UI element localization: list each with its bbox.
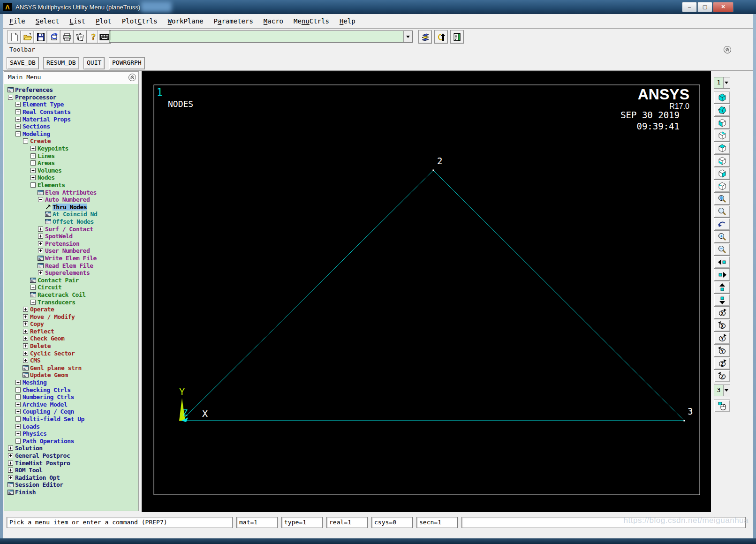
tree-item-auto-numbered[interactable]: Auto Numbered	[4, 196, 138, 204]
tree-item-user-numbered[interactable]: User Numbered	[4, 247, 138, 255]
expand-icon[interactable]	[15, 394, 21, 400]
expand-icon[interactable]	[15, 424, 21, 429]
menu-list[interactable]: List	[69, 17, 85, 25]
collapse-icon[interactable]	[22, 138, 29, 144]
expand-icon[interactable]	[22, 343, 29, 348]
expand-icon[interactable]	[30, 146, 36, 151]
expand-icon[interactable]	[15, 124, 21, 129]
iso-view-button[interactable]	[714, 91, 730, 104]
contact-manager-button[interactable]	[450, 30, 464, 44]
bottom-view-button[interactable]	[714, 154, 730, 167]
tree-item-checking-ctrls[interactable]: Checking Ctrls	[4, 386, 138, 393]
tree-item-keypoints[interactable]: Keypoints	[4, 145, 138, 152]
pan-left-button[interactable]	[714, 256, 730, 268]
plot-window-select-top[interactable]: 1	[714, 77, 730, 89]
tree-item-solution[interactable]: Solution	[4, 445, 138, 452]
top-view-button[interactable]	[714, 142, 730, 154]
left-view-button[interactable]	[714, 180, 730, 192]
tree-item-preprocessor[interactable]: Preprocessor	[4, 94, 138, 101]
tree-item-lines[interactable]: Lines	[4, 152, 138, 159]
menu-parameters[interactable]: Parameters	[214, 17, 253, 25]
tree-item-superelements[interactable]: Superelements	[4, 269, 138, 277]
tree-item-timehist-postpro[interactable]: TimeHist Postpro	[4, 459, 138, 467]
menu-select[interactable]: Select	[36, 17, 60, 25]
expand-icon[interactable]	[15, 109, 21, 114]
pick-arrow-icon[interactable]	[45, 204, 51, 210]
tree-item-spotweld[interactable]: SpotWeld	[4, 233, 138, 240]
rotate-x-plus-button[interactable]: X	[714, 306, 730, 319]
zoom-out-button[interactable]: −	[714, 243, 730, 256]
tree-item-delete[interactable]: Delete	[4, 342, 138, 350]
tree-item-physics[interactable]: Physics	[4, 430, 138, 438]
expand-icon[interactable]	[22, 358, 29, 363]
tree-item-create[interactable]: Create	[4, 137, 138, 145]
tree-item-element-type[interactable]: Element Type	[4, 101, 138, 108]
dialog-icon[interactable]	[7, 87, 14, 92]
tree-item-cms[interactable]: CMS	[4, 357, 138, 364]
zoom-in-button[interactable]: +	[714, 230, 730, 243]
collapse-icon[interactable]	[7, 95, 14, 100]
minimize-button[interactable]: –	[682, 2, 697, 12]
tree-item-material-props[interactable]: Material Props	[4, 115, 138, 123]
tree-item-pretension[interactable]: Pretension	[4, 240, 138, 247]
expand-icon[interactable]	[37, 241, 44, 246]
menu-macro[interactable]: Macro	[264, 17, 283, 25]
tree-item-thru-nodes[interactable]: Thru Nodes	[4, 204, 138, 211]
abbr-button-quit[interactable]: QUIT	[83, 57, 105, 69]
tree-item-sections[interactable]: Sections	[4, 123, 138, 130]
expand-icon[interactable]	[7, 475, 14, 480]
tree-item-radiation-opt[interactable]: Radiation Opt	[4, 474, 138, 481]
tree-item-cyclic-sector[interactable]: Cyclic Sector	[4, 349, 138, 357]
expand-icon[interactable]	[37, 248, 44, 253]
expand-icon[interactable]	[22, 329, 29, 334]
abbr-button-powrgrph[interactable]: POWRGRPH	[109, 57, 145, 69]
tree-item-volumes[interactable]: Volumes	[4, 167, 138, 174]
expand-icon[interactable]	[15, 409, 21, 414]
expand-icon[interactable]	[30, 300, 36, 305]
expand-icon[interactable]	[30, 160, 36, 166]
maximize-button[interactable]: ▢	[697, 2, 712, 12]
zoom-button[interactable]	[714, 205, 730, 218]
expand-icon[interactable]	[7, 461, 14, 466]
rotate-z-plus-button[interactable]: Z	[714, 357, 730, 370]
menu-plotctrls[interactable]: PlotCtrls	[122, 17, 158, 25]
abbr-button-save_db[interactable]: SAVE_DB	[7, 57, 39, 69]
rotate-y-minus-button[interactable]: Y	[714, 344, 730, 357]
expand-icon[interactable]	[7, 468, 14, 473]
expand-icon[interactable]	[15, 387, 21, 393]
tree-item-write-elem-file[interactable]: Write Elem File	[4, 255, 138, 262]
collapse-icon[interactable]	[37, 197, 44, 202]
dynamic-mode-button[interactable]	[714, 400, 730, 412]
raise-hidden-button[interactable]	[434, 30, 448, 44]
back-up-button[interactable]	[714, 218, 730, 230]
report-generator-button[interactable]	[73, 30, 87, 44]
right-view-button[interactable]	[714, 167, 730, 180]
expand-icon[interactable]	[30, 175, 36, 180]
expand-icon[interactable]	[15, 402, 21, 407]
back-view-button[interactable]	[714, 129, 730, 142]
expand-icon[interactable]	[30, 153, 36, 159]
dialog-icon[interactable]	[22, 372, 29, 378]
main-menu-collapse-button[interactable]	[128, 73, 136, 82]
dialog-icon[interactable]	[30, 292, 36, 297]
expand-icon[interactable]	[30, 168, 36, 173]
expand-icon[interactable]	[15, 102, 21, 107]
tree-item-reflect[interactable]: Reflect	[4, 328, 138, 335]
tree-item-update-geom[interactable]: Update Geom	[4, 371, 138, 379]
tree-item-numbering-ctrls[interactable]: Numbering Ctrls	[4, 393, 138, 401]
tree-item-circuit[interactable]: Circuit	[4, 284, 138, 291]
toolbar-collapse-button[interactable]	[723, 45, 732, 54]
tree-item-rom-tool[interactable]: ROM Tool	[4, 467, 138, 474]
pan-up-button[interactable]	[714, 281, 730, 294]
dialog-icon[interactable]	[7, 482, 14, 487]
rotate-y-plus-button[interactable]: Y	[714, 332, 730, 344]
menu-help[interactable]: Help	[340, 17, 355, 25]
window-zoom-button[interactable]: @	[714, 192, 730, 205]
tree-item-archive-model[interactable]: Archive Model	[4, 401, 138, 408]
expand-icon[interactable]	[7, 453, 14, 458]
tree-item-general-postproc[interactable]: General Postproc	[4, 452, 138, 460]
rotate-x-minus-button[interactable]: X	[714, 319, 730, 332]
pan-right-button[interactable]	[714, 268, 730, 281]
dialog-icon[interactable]	[37, 256, 44, 261]
tree-item-read-elem-file[interactable]: Read Elem File	[4, 262, 138, 269]
